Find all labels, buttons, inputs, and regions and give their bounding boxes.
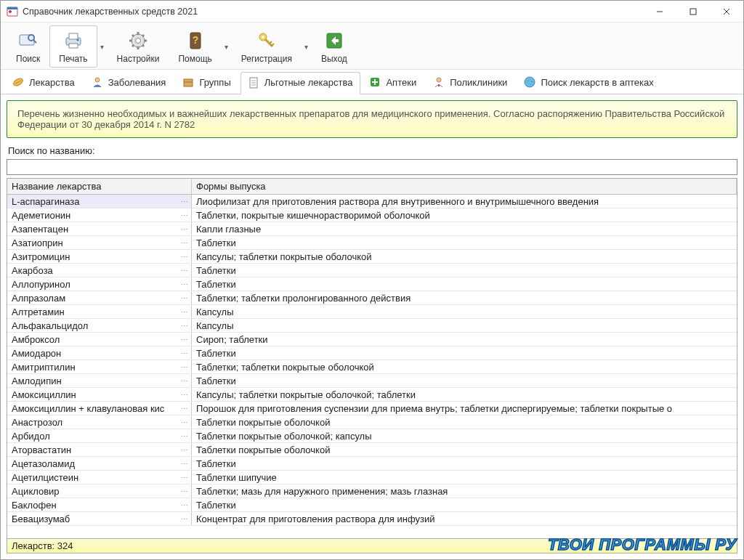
row-ellipsis-icon[interactable]: ⋯ <box>179 415 190 429</box>
toolbar-help-dropdown[interactable]: ▾ <box>222 25 232 68</box>
table-row[interactable]: Амоксициллин⋯Капсулы; таблетки покрытые … <box>7 388 737 402</box>
table-row[interactable]: Бевацизумаб⋯Концентрат для приготовления… <box>7 512 737 526</box>
maximize-button[interactable] <box>676 1 710 22</box>
table-row[interactable]: Амброксол⋯Сироп; таблетки <box>7 333 737 346</box>
cell-drug-form: Концентрат для приготовления раствора дл… <box>192 512 737 525</box>
toolbar-register-dropdown[interactable]: ▾ <box>302 25 312 68</box>
row-ellipsis-icon[interactable]: ⋯ <box>179 264 190 277</box>
table-row[interactable]: Анастрозол⋯Таблетки покрытые оболочкой <box>7 415 737 429</box>
toolbar-exit-button[interactable]: Выход <box>312 25 357 68</box>
table-row[interactable]: Арбидол⋯Таблетки покрытые оболочкой; кап… <box>7 429 737 443</box>
table-row[interactable]: Аллопуринол⋯Таблетки <box>7 277 737 291</box>
row-ellipsis-icon[interactable]: ⋯ <box>179 360 190 373</box>
table-row[interactable]: Амоксициллин + клавулановая кис⋯Порошок … <box>7 402 737 415</box>
grid-body[interactable]: L-аспарагиназа⋯Лиофилизат для приготовле… <box>7 195 737 538</box>
cell-drug-form: Капсулы <box>192 319 737 332</box>
svg-line-22 <box>142 45 144 46</box>
row-ellipsis-icon[interactable]: ⋯ <box>179 402 190 415</box>
table-row[interactable]: Амитриптилин⋯Таблетки; таблетки покрытые… <box>7 360 737 374</box>
tab-diseases[interactable]: Заболевания <box>84 71 174 94</box>
table-row[interactable]: Аторвастатин⋯Таблетки покрытые оболочкой <box>7 443 737 457</box>
table-row[interactable]: Адеметионин⋯Таблетки, покрытые кишечнора… <box>7 208 737 222</box>
table-row[interactable]: L-аспарагиназа⋯Лиофилизат для приготовле… <box>7 195 737 208</box>
row-ellipsis-icon[interactable]: ⋯ <box>179 346 190 360</box>
table-row[interactable]: Азитромицин⋯Капсулы; таблетки покрытые о… <box>7 250 737 264</box>
row-ellipsis-icon[interactable]: ⋯ <box>179 236 190 249</box>
cell-drug-name: Азапентацен⋯ <box>7 222 192 235</box>
toolbar-settings-button[interactable]: Настройки <box>108 25 169 68</box>
info-banner: Перечень жизненно необходимых и важнейши… <box>7 100 737 138</box>
row-ellipsis-icon[interactable]: ⋯ <box>179 498 190 511</box>
row-ellipsis-icon[interactable]: ⋯ <box>179 208 190 222</box>
table-row[interactable]: Альфакальцидол⋯Капсулы <box>7 319 737 333</box>
help-icon: ? <box>184 29 207 52</box>
search-icon <box>17 29 40 52</box>
svg-point-14 <box>76 39 78 41</box>
table-row[interactable]: Ацикловир⋯Таблетки; мазь для наружного п… <box>7 484 737 498</box>
cell-drug-name: Азитромицин⋯ <box>7 250 192 263</box>
tab-clinics[interactable]: Поликлиники <box>426 71 515 94</box>
tabs-bar: Лекарства Заболевания Группы Льготные ле… <box>1 70 743 94</box>
row-ellipsis-icon[interactable]: ⋯ <box>179 333 190 346</box>
toolbar-print-label: Печать <box>59 54 87 64</box>
toolbar-register-button[interactable]: Регистрация <box>232 25 302 68</box>
row-ellipsis-icon[interactable]: ⋯ <box>179 250 190 263</box>
row-ellipsis-icon[interactable]: ⋯ <box>179 305 190 318</box>
row-ellipsis-icon[interactable]: ⋯ <box>179 277 190 291</box>
table-row[interactable]: Ацетилцистеин⋯Таблетки шипучие <box>7 471 737 484</box>
row-ellipsis-icon[interactable]: ⋯ <box>179 429 190 442</box>
svg-point-47 <box>525 77 535 87</box>
toolbar-settings-label: Настройки <box>117 54 160 64</box>
row-ellipsis-icon[interactable]: ⋯ <box>179 388 190 401</box>
row-ellipsis-icon[interactable]: ⋯ <box>179 291 190 304</box>
cell-drug-form: Капли глазные <box>192 222 737 235</box>
tab-pharmacies[interactable]: Аптеки <box>362 71 424 94</box>
toolbar-search-button[interactable]: Поиск <box>7 25 49 68</box>
table-row[interactable]: Акарбоза⋯Таблетки <box>7 264 737 277</box>
row-ellipsis-icon[interactable]: ⋯ <box>179 457 190 470</box>
table-row[interactable]: Амлодипин⋯Таблетки <box>7 374 737 388</box>
table-row[interactable]: Алтретамин⋯Капсулы <box>7 305 737 319</box>
tab-preferential[interactable]: Льготные лекарства <box>240 72 361 94</box>
tab-drugs[interactable]: Лекарства <box>5 71 83 94</box>
pill-icon <box>12 76 25 89</box>
table-row[interactable]: Баклофен⋯Таблетки <box>7 498 737 512</box>
table-row[interactable]: Азатиоприн⋯Таблетки <box>7 236 737 250</box>
cell-drug-name: L-аспарагиназа⋯ <box>7 195 192 208</box>
tab-find-in-pharm[interactable]: Поиск лекарств в аптеках <box>517 71 661 94</box>
row-ellipsis-icon[interactable]: ⋯ <box>179 319 190 332</box>
toolbar-print-dropdown[interactable]: ▾ <box>97 25 108 68</box>
printer-icon <box>62 29 85 52</box>
tab-pharmacies-label: Аптеки <box>386 77 416 88</box>
toolbar-print-button[interactable]: Печать <box>49 25 97 68</box>
cell-drug-name: Аторвастатин⋯ <box>7 443 192 456</box>
toolbar-help-button[interactable]: ? Помощь <box>169 25 221 68</box>
cell-drug-name: Ацетазоламид⋯ <box>7 457 192 470</box>
cell-drug-form: Таблетки; таблетки пролонгированного дей… <box>192 291 737 304</box>
cell-drug-form: Таблетки шипучие <box>192 471 737 484</box>
row-ellipsis-icon[interactable]: ⋯ <box>179 443 190 456</box>
minimize-button[interactable] <box>643 1 676 22</box>
row-ellipsis-icon[interactable]: ⋯ <box>179 374 190 387</box>
cell-drug-form: Капсулы <box>192 305 737 318</box>
cell-drug-name: Адеметионин⋯ <box>7 208 192 222</box>
table-row[interactable]: Амиодарон⋯Таблетки <box>7 346 737 360</box>
row-ellipsis-icon[interactable]: ⋯ <box>179 484 190 498</box>
close-button[interactable] <box>710 1 743 22</box>
search-input[interactable] <box>7 159 737 175</box>
table-row[interactable]: Ацетазоламид⋯Таблетки <box>7 457 737 471</box>
table-row[interactable]: Азапентацен⋯Капли глазные <box>7 222 737 236</box>
svg-rect-12 <box>69 33 78 39</box>
tab-groups[interactable]: Группы <box>175 71 238 94</box>
table-row[interactable]: Алпразолам⋯Таблетки; таблетки пролонгиро… <box>7 291 737 305</box>
row-ellipsis-icon[interactable]: ⋯ <box>179 222 190 235</box>
svg-rect-1 <box>7 7 17 9</box>
column-header-name[interactable]: Название лекарства <box>7 179 192 194</box>
row-ellipsis-icon[interactable]: ⋯ <box>179 512 190 525</box>
column-header-form[interactable]: Формы выпуска <box>192 179 737 194</box>
gear-icon <box>126 29 150 52</box>
cell-drug-name: Амброксол⋯ <box>7 333 192 346</box>
row-ellipsis-icon[interactable]: ⋯ <box>179 471 190 484</box>
cell-drug-name: Аллопуринол⋯ <box>7 277 192 291</box>
row-ellipsis-icon[interactable]: ⋯ <box>179 195 190 208</box>
